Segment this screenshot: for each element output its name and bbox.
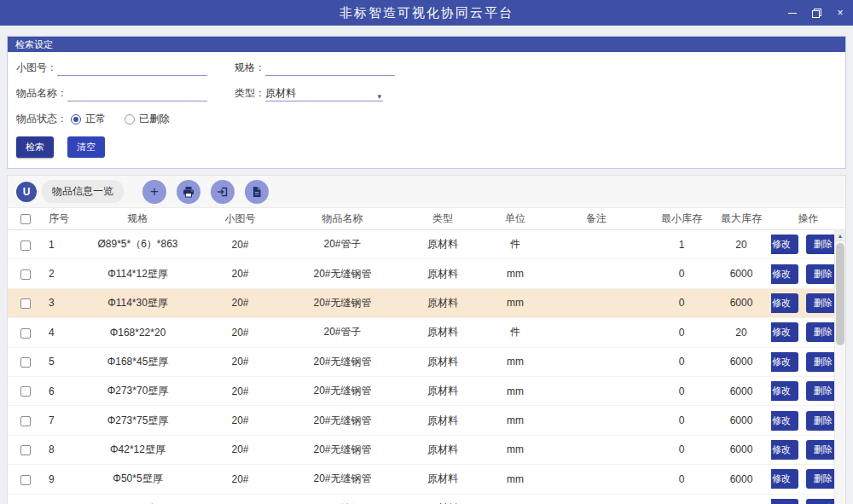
status-radio-deleted[interactable]: 已删除	[125, 112, 170, 126]
cell-name: 20#管子	[289, 237, 396, 252]
column-header: 规格	[84, 211, 191, 226]
cell-unit: mm	[490, 443, 541, 455]
cell-min-stock: 0	[652, 356, 711, 368]
status-normal-label: 正常	[85, 112, 106, 126]
cell-drawing-no: 20#	[191, 327, 289, 339]
import-button[interactable]	[211, 180, 235, 204]
select-all-checkbox[interactable]	[20, 214, 31, 224]
modify-button[interactable]: 修改	[771, 352, 798, 372]
restore-icon[interactable]	[810, 7, 822, 19]
cell-no: 8	[38, 443, 84, 455]
search-button[interactable]: 检索	[16, 136, 54, 158]
add-button[interactable]: +	[142, 180, 166, 204]
column-header: 序号	[38, 211, 84, 226]
file-icon	[251, 186, 263, 198]
modify-button[interactable]: 修改	[771, 469, 798, 489]
cell-type: 原材料	[396, 414, 490, 428]
spec-label: 规格：	[235, 61, 265, 76]
item-name-input[interactable]	[67, 88, 207, 101]
modify-button[interactable]: 修改	[771, 235, 798, 254]
cell-max-stock: 6000	[711, 443, 771, 455]
column-header: 备注	[541, 211, 652, 226]
cell-max-stock: 6000	[711, 414, 771, 426]
cell-unit: mm	[490, 473, 541, 485]
column-header: 小图号	[191, 211, 289, 226]
scroll-up-icon[interactable]: ▲	[835, 230, 845, 241]
cell-spec: Φ273*75壁厚	[84, 414, 191, 428]
cell-drawing-no: 20#	[191, 268, 289, 280]
item-list-panel: U 物品信息一览 +	[7, 175, 846, 504]
list-title: 物品信息一览	[42, 180, 124, 203]
cell-spec: Φ42*12壁厚	[84, 443, 191, 457]
cell-min-stock: 1	[652, 239, 711, 251]
modify-button[interactable]: 修改	[771, 411, 798, 431]
table-header-row: 序号规格小图号物品名称类型单位备注最小库存最大库存操作	[8, 208, 845, 230]
cell-drawing-no: 20#	[191, 239, 289, 251]
modify-button[interactable]: 修改	[771, 381, 798, 401]
cell-unit: 件	[490, 237, 541, 252]
cell-name: 20#无缝钢管	[289, 267, 396, 281]
cell-name: 20#无缝钢管	[289, 472, 396, 486]
cell-unit: mm	[490, 297, 541, 309]
cell-min-stock: 0	[652, 297, 711, 309]
table-row: 1 Ø89*5*（6）*863 20# 20#管子 原材料 件 1 20 修改 …	[8, 230, 845, 259]
row-checkbox[interactable]	[20, 416, 31, 426]
cell-drawing-no: 20#	[191, 443, 289, 455]
spec-input[interactable]	[265, 62, 395, 76]
cell-drawing-no: 20#	[191, 473, 289, 485]
row-checkbox[interactable]	[20, 240, 31, 251]
cell-unit: mm	[490, 414, 541, 426]
type-label: 类型：	[235, 86, 265, 101]
row-checkbox[interactable]	[20, 328, 31, 339]
cell-no: 6	[38, 385, 84, 397]
cell-spec: Φ114*30壁厚	[84, 296, 191, 310]
table-row: 5 Φ168*45壁厚 20# 20#无缝钢管 原材料 mm 0 6000 修改…	[8, 348, 845, 377]
cell-type: 原材料	[396, 384, 490, 398]
vertical-scrollbar[interactable]: ▲ ▼	[834, 230, 845, 504]
scrollbar-thumb[interactable]	[836, 243, 844, 345]
table-row: 4 Φ168*22*20 20# 20#管子 原材料 件 0 20 修改 删除	[8, 318, 845, 347]
row-checkbox[interactable]	[20, 357, 31, 368]
type-select[interactable]: 原材料 ▾	[265, 88, 383, 101]
titlebar: 非标智造可视化协同云平台 ×	[0, 0, 853, 26]
export-file-button[interactable]	[245, 180, 269, 204]
cell-spec: Φ273*70壁厚	[84, 384, 191, 398]
minimize-icon[interactable]	[786, 7, 798, 19]
cell-drawing-no: 20#	[191, 414, 289, 426]
cell-unit: mm	[490, 385, 541, 397]
cell-max-stock: 6000	[711, 356, 771, 368]
cell-type: 原材料	[396, 325, 490, 339]
cell-name: 20#管子	[289, 325, 396, 339]
row-checkbox[interactable]	[20, 475, 31, 485]
cell-max-stock: 6000	[711, 385, 771, 397]
row-checkbox[interactable]	[20, 269, 31, 280]
radio-selected-icon	[71, 114, 81, 125]
drawing-no-label: 小图号：	[16, 61, 57, 76]
column-header: 类型	[396, 211, 490, 226]
modify-button[interactable]: 修改	[771, 264, 798, 284]
app-title: 非标智造可视化协同云平台	[339, 5, 514, 21]
cell-unit: mm	[490, 356, 541, 368]
row-checkbox[interactable]	[20, 386, 31, 397]
cell-min-stock: 0	[652, 443, 711, 455]
cell-spec: Φ50*5壁厚	[84, 472, 191, 486]
row-checkbox[interactable]	[20, 298, 31, 309]
cell-spec: Φ168*45壁厚	[84, 355, 191, 369]
modify-button[interactable]: 修改	[771, 499, 798, 504]
search-panel-header: 检索设定	[8, 37, 845, 52]
cell-max-stock: 6000	[711, 473, 771, 485]
print-button[interactable]	[177, 180, 200, 204]
row-checkbox[interactable]	[20, 445, 31, 455]
cell-min-stock: 0	[652, 414, 711, 426]
cell-name: 20#无缝钢管	[289, 355, 396, 369]
status-radio-normal[interactable]: 正常	[71, 112, 106, 126]
close-icon[interactable]: ×	[834, 7, 846, 19]
clear-button[interactable]: 清空	[67, 136, 105, 158]
modify-button[interactable]: 修改	[771, 293, 798, 313]
cell-drawing-no: 20#	[191, 297, 289, 309]
column-header: 单位	[490, 211, 541, 226]
modify-button[interactable]: 修改	[771, 440, 798, 460]
table-row: 2 Φ114*12壁厚 20# 20#无缝钢管 原材料 mm 0 6000 修改…	[8, 259, 845, 288]
modify-button[interactable]: 修改	[771, 322, 798, 342]
drawing-no-input[interactable]	[57, 62, 207, 76]
